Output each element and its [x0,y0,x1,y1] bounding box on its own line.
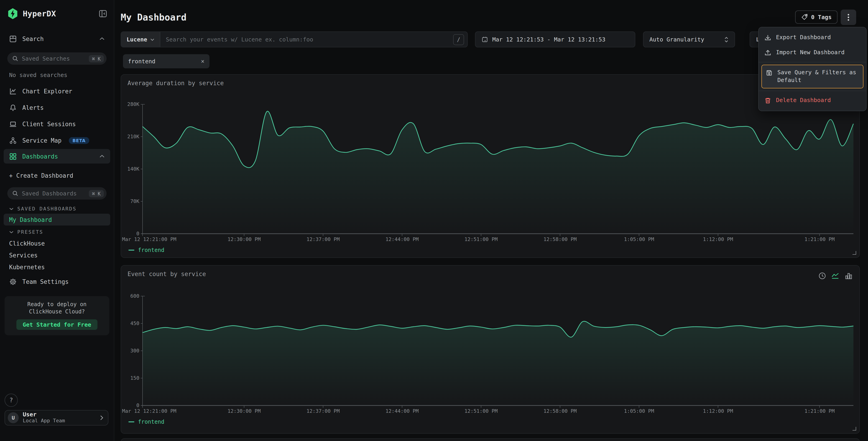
sidebar-item-chart-explorer[interactable]: Chart Explorer [4,84,110,98]
app-title: HyperDX [23,9,56,18]
sidebar-item-label: Chart Explorer [22,88,72,94]
no-saved-searches-text: No saved searches [9,71,67,78]
search-icon [12,190,18,196]
shortcut-badge: ⌘ K [89,190,104,197]
svg-text:1:21:00 PM: 1:21:00 PM [804,408,835,414]
granularity-select[interactable]: Auto Granularity [643,31,735,48]
svg-text:12:51:00 PM: 12:51:00 PM [465,236,498,242]
query-language-select[interactable]: Lucene [121,32,160,47]
tag-icon [801,14,808,21]
event-count-chart[interactable]: 6004503001500Mar 12 12:21:00 PM12:30:00 … [121,266,859,433]
line-chart-icon[interactable] [831,271,840,280]
sidebar: HyperDX Search Saved Searches ⌘ K No sav… [0,0,114,441]
chevron-up-icon [99,154,105,158]
dashboard-menu-button[interactable] [841,9,856,25]
create-dashboard-button[interactable]: + Create Dashboard [9,172,73,179]
menu-item-save-default-highlight: Save Query & Filters as Default [762,65,863,88]
group-presets[interactable]: PRESETS [9,229,43,235]
laptop-icon [9,120,17,128]
trash-icon [764,97,771,104]
preset-clickhouse[interactable]: ClickHouse [4,237,110,249]
avatar: U [8,412,19,423]
help-button[interactable]: ? [5,393,18,407]
chevron-updown-icon [724,36,728,42]
chevron-down-icon [9,231,14,234]
sidebar-item-dashboards[interactable]: Dashboards [4,149,110,164]
chevron-down-icon [150,38,154,41]
menu-divider [759,62,866,62]
sidebar-item-team-settings[interactable]: Team Settings [4,274,110,289]
dashboard-context-menu: Export Dashboard Import New Dashboard Sa… [758,27,867,111]
search-input-placeholder: Search your events w/ Lucene ex. column:… [160,36,453,43]
menu-divider [759,91,866,91]
date-range-value: Mar 12 12:21:53 - Mar 12 13:21:53 [492,36,606,43]
preset-kubernetes[interactable]: Kubernetes [4,261,110,273]
sidebar-collapse-icon[interactable] [98,9,107,18]
svg-text:150: 150 [130,375,140,381]
svg-text:1:21:00 PM: 1:21:00 PM [804,236,835,242]
svg-text:450: 450 [130,321,140,326]
avg-duration-chart[interactable]: 280K210K140K70K0Mar 12 12:21:00 PM12:30:… [121,75,859,257]
panel-partial [121,438,860,441]
chip-close-icon[interactable]: × [201,58,205,65]
svg-text:600: 600 [130,293,140,299]
saved-searches-input[interactable]: Saved Searches ⌘ K [7,52,106,65]
calendar-icon [482,36,488,43]
svg-text:1:05:00 PM: 1:05:00 PM [624,408,654,414]
time-range-icon[interactable] [817,271,827,280]
svg-text:1:05:00 PM: 1:05:00 PM [624,236,654,242]
menu-item-import-dashboard[interactable]: Import New Dashboard [759,45,866,60]
gear-icon [9,278,17,286]
sidebar-item-client-sessions[interactable]: Client Sessions [4,117,110,131]
saved-dashboards-placeholder: Saved Dashboards [22,190,85,197]
panel-title: Event count by service [127,271,206,277]
preset-services[interactable]: Services [4,249,110,261]
sidebar-item-alerts[interactable]: Alerts [4,100,110,115]
get-started-button[interactable]: Get Started for Free [17,320,97,330]
chevron-right-icon [100,415,103,420]
app-window: HyperDX Search Saved Searches ⌘ K No sav… [0,0,868,441]
menu-item-save-query-filters-default[interactable]: Save Query & Filters as Default [762,65,863,88]
tags-button[interactable]: 0 Tags [795,10,837,24]
bar-chart-icon[interactable] [844,271,853,280]
sidebar-item-service-map[interactable]: Service Map BETA [4,133,110,148]
event-search-bar[interactable]: Lucene Search your events w/ Lucene ex. … [121,31,468,48]
saved-searches-placeholder: Saved Searches [22,55,85,62]
svg-text:1:12:00 PM: 1:12:00 PM [703,236,733,242]
dashboards-grid-icon [9,152,17,160]
shortcut-badge: ⌘ K [89,55,104,62]
slash-shortcut-badge: / [453,34,464,45]
svg-text:210K: 210K [127,134,140,139]
panel-title: Average duration by service [127,80,224,87]
panel-resize-handle[interactable] [852,427,856,431]
legend-label: frontend [138,419,164,425]
chevron-down-icon [9,207,14,210]
date-range-picker[interactable]: Mar 12 12:21:53 - Mar 12 13:21:53 [475,31,635,48]
chart-type-toolbar [817,271,853,280]
user-card[interactable]: U User Local App Team [5,410,108,425]
svg-text:70K: 70K [130,198,140,204]
panel-resize-handle[interactable] [852,251,856,255]
svg-text:12:30:00 PM: 12:30:00 PM [227,408,261,414]
menu-item-delete-dashboard[interactable]: Delete Dashboard [759,93,866,108]
beta-badge: BETA [69,137,89,144]
tags-label: 0 Tags [811,14,832,21]
granularity-value: Auto Granularity [649,36,720,43]
svg-text:12:37:00 PM: 12:37:00 PM [307,236,340,242]
saved-dashboards-input[interactable]: Saved Dashboards ⌘ K [7,187,106,200]
saved-dashboard-my-dashboard[interactable]: My Dashboard [4,214,110,226]
menu-item-export-dashboard[interactable]: Export Dashboard [759,30,866,45]
sidebar-item-label: Team Settings [22,278,69,285]
page-title: My Dashboard [121,12,186,23]
upload-icon [764,49,771,57]
chart-legend[interactable]: frontend [128,419,164,425]
svg-text:140K: 140K [127,166,140,172]
clickhouse-cloud-card: Ready to deploy on ClickHouse Cloud? Get… [5,296,109,335]
legend-label: frontend [138,247,164,253]
sidebar-item-search[interactable]: Search [4,31,110,46]
group-saved-dashboards[interactable]: SAVED DASHBOARDS [9,206,76,212]
chart-legend[interactable]: frontend [128,247,164,253]
panel-event-count: 6004503001500Mar 12 12:21:00 PM12:30:00 … [121,265,860,434]
sidebar-item-label: Alerts [22,104,44,111]
vertical-dots-icon [847,14,849,21]
